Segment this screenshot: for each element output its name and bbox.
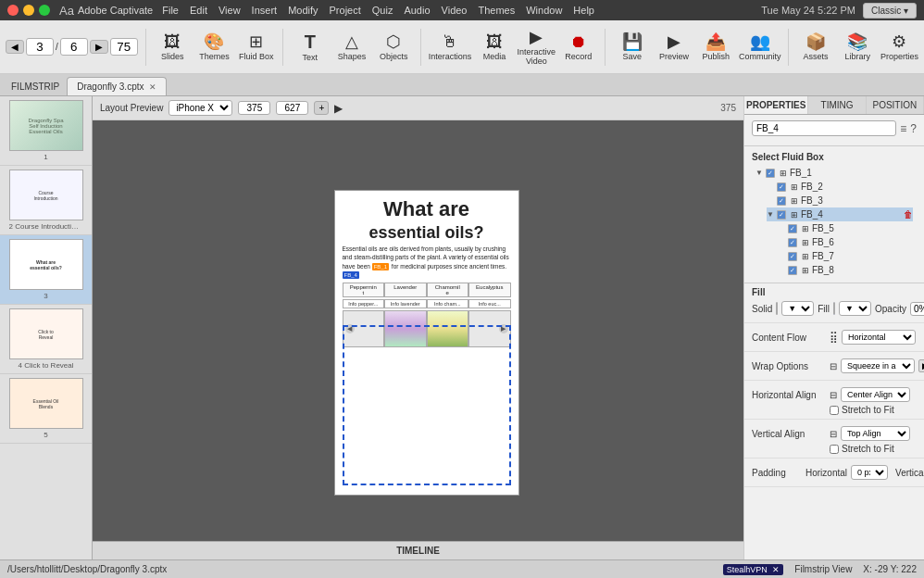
- coord-x-input[interactable]: [238, 101, 270, 115]
- stealth-close-icon[interactable]: ✕: [772, 565, 780, 574]
- text-button[interactable]: T Text: [291, 24, 329, 70]
- fb1-checkbox[interactable]: ✓: [766, 169, 775, 178]
- stealth-vpn-badge[interactable]: StealhVPN ✕: [723, 564, 784, 575]
- fb6-expand-icon: [778, 238, 785, 246]
- device-select[interactable]: iPhone X: [169, 100, 232, 116]
- fb7-expand-icon: [778, 252, 785, 260]
- content-flow-select[interactable]: Horizontal: [842, 330, 916, 345]
- coord-y-input[interactable]: [276, 101, 308, 115]
- close-button[interactable]: [7, 5, 19, 16]
- h-stretch-checkbox[interactable]: [830, 406, 839, 415]
- menu-insert[interactable]: Insert: [252, 5, 278, 16]
- tree-item-fb1[interactable]: ▼ ✓ ⊞ FB_1: [755, 166, 913, 180]
- total-pages-input[interactable]: [60, 38, 88, 56]
- community-button[interactable]: 👥 Community: [739, 24, 781, 70]
- objects-label: Objects: [380, 52, 408, 61]
- main-tab-active[interactable]: Dragonfly 3.cptx ✕: [67, 77, 166, 95]
- tree-item-fb6[interactable]: ✓ ⊞ FB_6: [778, 235, 913, 249]
- next-arrow[interactable]: ▶: [499, 324, 508, 333]
- themes-button[interactable]: 🎨 Themes: [195, 24, 233, 70]
- tab-position[interactable]: POSITION: [867, 96, 924, 114]
- minimize-button[interactable]: [23, 5, 34, 16]
- padding-h-select[interactable]: 0 px: [851, 465, 888, 480]
- assets-button[interactable]: 📦 Assets: [796, 24, 834, 70]
- wrap-options-select[interactable]: Squeeze in a row: [841, 358, 915, 373]
- filmstrip-slide-3[interactable]: What areessential oils? 3: [0, 235, 92, 305]
- save-button[interactable]: 💾 Save: [613, 24, 651, 70]
- layout-preview-label: Layout Preview: [100, 103, 163, 113]
- properties-button[interactable]: ⚙ Properties: [880, 24, 918, 70]
- tab-timing[interactable]: TIMING: [808, 96, 866, 114]
- record-button[interactable]: ⏺ Record: [559, 24, 597, 70]
- fluid-box-button[interactable]: ⊞ Fluid Box: [237, 24, 275, 70]
- tree-item-fb5[interactable]: ✓ ⊞ FB_5: [778, 221, 913, 235]
- fb8-checkbox[interactable]: ✓: [788, 266, 797, 275]
- fb3-checkbox[interactable]: ✓: [777, 196, 786, 206]
- filmstrip-slide-1[interactable]: Dragonfly SpaSelf InductionEssential Oil…: [0, 96, 92, 166]
- objects-button[interactable]: ⬡ Objects: [375, 24, 413, 70]
- fb6-checkbox[interactable]: ✓: [788, 238, 797, 247]
- fb7-checkbox[interactable]: ✓: [788, 252, 797, 261]
- interactions-button[interactable]: 🖱 Interactions: [429, 24, 472, 70]
- next-page-button[interactable]: ▶: [90, 40, 108, 54]
- filmstrip-tab-label: FILMSTRIP: [11, 82, 59, 92]
- preview-button[interactable]: ▶ Preview: [655, 24, 693, 70]
- prev-page-button[interactable]: ◀: [6, 40, 24, 54]
- name-field-input[interactable]: [752, 120, 896, 136]
- classic-button[interactable]: Classic ▾: [863, 3, 917, 19]
- slide-label-3: 3: [44, 292, 47, 300]
- solid-color-swatch[interactable]: [776, 302, 778, 315]
- menu-project[interactable]: Project: [330, 5, 361, 16]
- menu-quiz[interactable]: Quiz: [372, 5, 393, 16]
- filmstrip-slide-5[interactable]: Essential OilBlends 5: [0, 374, 92, 444]
- tree-item-fb2[interactable]: ✓ ⊞ FB_2: [767, 180, 913, 194]
- tabbar: FILMSTRIP Dragonfly 3.cptx ✕: [0, 74, 924, 96]
- menu-edit[interactable]: Edit: [190, 5, 207, 16]
- menu-audio[interactable]: Audio: [404, 5, 430, 16]
- opacity-input[interactable]: [910, 302, 924, 316]
- tree-item-fb8[interactable]: ✓ ⊞ FB_8: [778, 263, 913, 277]
- filmstrip-slide-4[interactable]: Click toReveal 4 Click to Reveal: [0, 305, 92, 374]
- zoom-input[interactable]: [110, 38, 138, 56]
- menu-themes[interactable]: Themes: [478, 5, 515, 16]
- slides-button[interactable]: 🖼 Slides: [154, 24, 192, 70]
- tree-item-fb3[interactable]: ✓ ⊞ FB_3: [767, 194, 913, 207]
- fill-color-swatch[interactable]: [833, 302, 835, 315]
- interactive-video-button[interactable]: ▶ Interactive Video: [518, 24, 556, 70]
- fb4-checkbox[interactable]: ✓: [777, 210, 786, 220]
- menu-help[interactable]: Help: [573, 5, 594, 16]
- fill-type-select[interactable]: ▼: [781, 301, 814, 316]
- tree-item-fb4[interactable]: ▼ ✓ ⊞ FB_4 🗑: [767, 207, 913, 221]
- text-icon: T: [305, 32, 316, 51]
- menu-window[interactable]: Window: [526, 5, 562, 16]
- v-stretch-checkbox[interactable]: [830, 445, 839, 454]
- traffic-lights: [7, 5, 50, 16]
- toolbar-sep-4: [605, 29, 606, 66]
- publish-button[interactable]: 📤 Publish: [697, 24, 735, 70]
- wrap-extra-button[interactable]: ▶: [918, 359, 924, 372]
- menu-modify[interactable]: Modify: [288, 5, 318, 16]
- fit-canvas-button[interactable]: +: [314, 101, 329, 115]
- fb2-checkbox[interactable]: ✓: [777, 182, 786, 192]
- name-options-button[interactable]: ≡: [900, 122, 906, 135]
- tree-item-fb7[interactable]: ✓ ⊞ FB_7: [778, 249, 913, 263]
- vertical-align-select[interactable]: Top Align: [841, 426, 910, 441]
- play-preview-button[interactable]: ▶: [334, 102, 343, 115]
- prev-arrow[interactable]: ◀: [345, 324, 355, 333]
- menu-video[interactable]: Video: [442, 5, 468, 16]
- menu-file[interactable]: File: [162, 5, 179, 16]
- tab-close-icon[interactable]: ✕: [149, 82, 156, 92]
- page-number-input[interactable]: [26, 38, 54, 56]
- library-button[interactable]: 📚 Library: [839, 24, 877, 70]
- fb5-checkbox[interactable]: ✓: [788, 224, 797, 233]
- media-button[interactable]: 🖼 Media: [475, 24, 513, 70]
- maximize-button[interactable]: [39, 5, 50, 16]
- fb4-delete-button[interactable]: 🗑: [904, 209, 913, 220]
- tab-properties[interactable]: PROPERTIES: [744, 96, 808, 114]
- filmstrip-slide-2[interactable]: CourseIntroduction 2 Course Introduction…: [0, 166, 92, 235]
- fill-color-select[interactable]: ▼: [839, 301, 871, 316]
- horizontal-align-select[interactable]: Center Align: [841, 387, 910, 402]
- menu-view[interactable]: View: [219, 5, 241, 16]
- name-help-button[interactable]: ?: [910, 122, 917, 135]
- shapes-button[interactable]: △ Shapes: [332, 24, 370, 70]
